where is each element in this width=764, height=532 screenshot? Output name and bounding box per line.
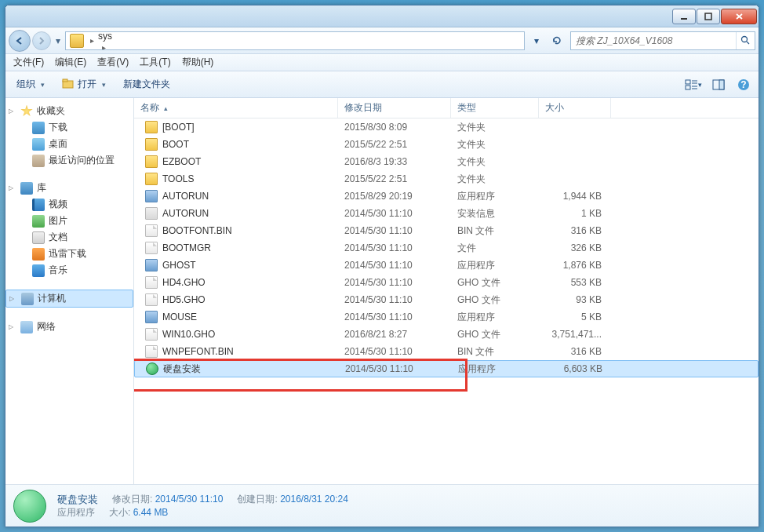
help-icon[interactable]: ? [735, 76, 752, 93]
sidebar-item-downloads[interactable]: 下载 [5, 119, 133, 136]
file-icon [145, 345, 158, 358]
file-date: 2015/8/30 8:09 [338, 122, 451, 133]
file-row[interactable]: BOOT2015/5/22 2:51文件夹 [134, 136, 759, 153]
col-date[interactable]: 修改日期 [338, 98, 451, 118]
file-type: 文件夹 [451, 121, 539, 134]
sidebar-item-recent[interactable]: 最近访问的位置 [5, 152, 133, 169]
file-row[interactable]: BOOTMGR2014/5/30 11:10文件326 KB [134, 239, 759, 257]
file-type: BIN 文件 [451, 345, 539, 359]
history-dropdown[interactable]: ▾ [53, 31, 64, 50]
file-row[interactable]: WNPEFONT.BIN2014/5/30 11:10BIN 文件316 KB [134, 343, 759, 360]
file-icon [145, 224, 158, 237]
address-bar[interactable]: ▸ 计算机▸Seagate Backup Plus Drive (E:)▸sys… [65, 31, 525, 50]
search-box[interactable] [570, 31, 755, 50]
maximize-button[interactable] [697, 9, 720, 24]
download-icon [32, 122, 45, 134]
menu-edit[interactable]: 编辑(E) [50, 54, 91, 71]
file-date: 2014/5/30 11:10 [338, 242, 451, 253]
desktop-icon [32, 138, 45, 151]
file-row[interactable]: GHOST2014/5/30 11:10应用程序1,876 KB [134, 257, 759, 274]
file-date: 2014/5/30 11:10 [338, 312, 451, 322]
sidebar-network[interactable]: 网络 [5, 319, 133, 335]
file-icon [145, 293, 158, 306]
organize-button[interactable]: 组织 [12, 75, 49, 93]
sidebar-computer[interactable]: 计算机 [5, 290, 133, 308]
file-icon [145, 121, 158, 133]
chevron-right-icon[interactable]: ▸ [98, 43, 110, 50]
file-date: 2014/5/30 11:10 [338, 225, 451, 236]
file-row[interactable]: [BOOT]2015/8/30 8:09文件夹 [134, 118, 759, 136]
refresh-button[interactable] [548, 32, 566, 49]
col-size[interactable]: 大小 [539, 98, 611, 118]
details-type: 应用程序 [57, 506, 95, 519]
file-size: 316 KB [539, 346, 611, 357]
breadcrumb-seg[interactable]: sys [98, 31, 231, 42]
svg-rect-4 [63, 79, 67, 82]
sidebar-libraries[interactable]: 库 [5, 180, 133, 196]
menu-tools[interactable]: 工具(T) [135, 54, 175, 71]
file-size: 1,876 KB [539, 260, 611, 271]
details-modified: 2014/5/30 11:10 [155, 494, 224, 505]
file-icon [145, 242, 158, 254]
file-row[interactable]: HD4.GHO2014/5/30 11:10GHO 文件553 KB [134, 274, 759, 291]
file-date: 2015/5/22 2:51 [338, 139, 451, 150]
search-input[interactable] [571, 35, 736, 46]
sidebar-item-desktop[interactable]: 桌面 [5, 136, 133, 152]
file-type: GHO 文件 [451, 293, 539, 307]
file-row[interactable]: BOOTFONT.BIN2014/5/30 11:10BIN 文件316 KB [134, 222, 759, 239]
file-row[interactable]: MOUSE2014/5/30 11:10应用程序5 KB [134, 308, 759, 326]
xunlei-icon [32, 248, 45, 261]
forward-button[interactable] [32, 31, 51, 50]
file-name: GHOST [162, 260, 196, 271]
col-type[interactable]: 类型 [451, 98, 539, 118]
file-date: 2014/5/30 11:10 [338, 260, 451, 271]
file-row[interactable]: EZBOOT2016/8/3 19:33文件夹 [134, 153, 759, 170]
file-icon [145, 328, 158, 341]
preview-pane-button[interactable] [710, 76, 727, 93]
col-name[interactable]: 名称 [134, 98, 338, 118]
file-row[interactable]: 硬盘安装2014/5/30 11:10应用程序6,603 KB [134, 360, 759, 377]
sidebar-item-videos[interactable]: 视频 [5, 196, 133, 213]
sidebar-favorites[interactable]: 收藏夹 [5, 103, 133, 119]
file-row[interactable]: TOOLS2015/5/22 2:51文件夹 [134, 170, 759, 188]
minimize-button[interactable] [672, 9, 696, 24]
menu-file[interactable]: 文件(F) [9, 54, 49, 71]
go-dropdown[interactable]: ▾ [528, 32, 545, 49]
command-bar: 组织 打开 新建文件夹 ▾ ? [5, 71, 759, 98]
titlebar[interactable] [5, 5, 759, 27]
sidebar-item-xunlei[interactable]: 迅雷下载 [5, 246, 133, 262]
file-size: 6,603 KB [540, 363, 612, 374]
view-mode-button[interactable]: ▾ [685, 76, 702, 93]
svg-point-2 [742, 37, 748, 42]
open-button[interactable]: 打开 [57, 75, 111, 93]
file-row[interactable]: AUTORUN2015/8/29 20:19应用程序1,944 KB [134, 188, 759, 205]
file-row[interactable]: HD5.GHO2014/5/30 11:10GHO 文件93 KB [134, 291, 759, 308]
explorer-window: ▾ ▸ 计算机▸Seagate Backup Plus Drive (E:)▸s… [5, 5, 759, 527]
sidebar-item-pictures[interactable]: 图片 [5, 213, 133, 229]
file-name: BOOT [162, 139, 189, 150]
back-button[interactable] [9, 30, 31, 52]
picture-icon [32, 215, 45, 228]
column-headers: 名称 修改日期 类型 大小 [134, 98, 759, 118]
file-type: 应用程序 [451, 190, 539, 203]
file-date: 2014/5/30 11:10 [339, 363, 452, 374]
file-row[interactable]: WIN10.GHO2016/8/21 8:27GHO 文件3,751,471..… [134, 326, 759, 343]
file-date: 2014/5/30 11:10 [338, 346, 451, 357]
menu-view[interactable]: 查看(V) [93, 54, 133, 71]
file-list[interactable]: [BOOT]2015/8/30 8:09文件夹BOOT2015/5/22 2:5… [134, 118, 759, 484]
star-icon [20, 105, 33, 118]
file-row[interactable]: AUTORUN2014/5/30 11:10安装信息1 KB [134, 205, 759, 222]
chevron-right-icon[interactable]: ▸ [86, 36, 98, 45]
file-type-icon [13, 490, 46, 523]
search-icon[interactable] [736, 32, 755, 49]
music-icon [32, 264, 45, 277]
new-folder-button[interactable]: 新建文件夹 [118, 75, 175, 93]
sidebar-item-documents[interactable]: 文档 [5, 229, 133, 246]
menu-bar: 文件(F) 编辑(E) 查看(V) 工具(T) 帮助(H) [5, 54, 759, 71]
sidebar-item-music[interactable]: 音乐 [5, 262, 133, 279]
file-list-pane: 名称 修改日期 类型 大小 [BOOT]2015/8/30 8:09文件夹BOO… [134, 98, 759, 484]
file-name: AUTORUN [162, 191, 209, 202]
menu-help[interactable]: 帮助(H) [177, 54, 219, 71]
close-button[interactable] [721, 9, 757, 24]
video-icon [32, 199, 45, 211]
